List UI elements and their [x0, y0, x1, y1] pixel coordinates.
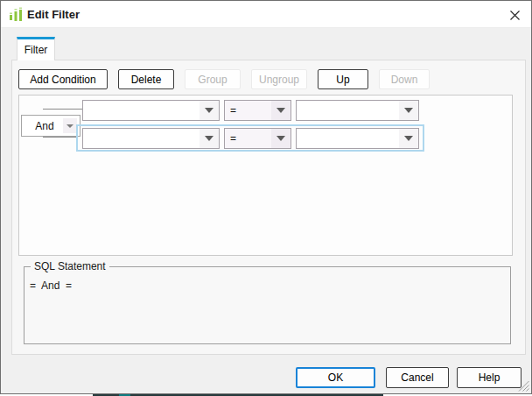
window-title: Edit Filter	[27, 8, 80, 21]
close-icon	[510, 11, 520, 20]
connector-line-row1	[43, 109, 83, 110]
filter-tab-panel: Add Condition Delete Group Ungroup Up Do…	[11, 60, 526, 355]
chevron-down-icon	[66, 124, 74, 128]
dropdown-arrow-zone	[271, 129, 290, 148]
condition-panel: And =	[18, 95, 513, 256]
dropdown-arrow-zone	[200, 129, 219, 148]
dropdown-arrow-zone	[271, 101, 290, 120]
connector-line-row2	[43, 137, 77, 138]
chevron-down-icon	[404, 136, 413, 141]
delete-button[interactable]: Delete	[118, 69, 174, 89]
field-dropdown-row2[interactable]	[82, 128, 220, 149]
cancel-button[interactable]: Cancel	[386, 367, 449, 388]
help-button[interactable]: Help	[457, 367, 522, 388]
chevron-down-icon	[205, 136, 214, 141]
operator-value-row1: =	[225, 104, 271, 117]
dropdown-arrow-zone	[399, 101, 418, 120]
field-dropdown-row1[interactable]	[82, 100, 220, 121]
dropdown-arrow-zone	[200, 101, 219, 120]
chevron-down-icon	[205, 108, 214, 113]
chevron-down-icon	[276, 136, 285, 141]
add-condition-button[interactable]: Add Condition	[18, 69, 108, 89]
value-dropdown-row1[interactable]	[296, 100, 419, 121]
logic-operator-dropdown[interactable]: And	[21, 115, 80, 137]
close-button[interactable]	[504, 5, 525, 25]
ungroup-button[interactable]: Ungroup	[251, 69, 307, 89]
dropdown-arrow-zone	[399, 129, 418, 148]
sql-statement-legend: SQL Statement	[31, 260, 109, 272]
down-button[interactable]: Down	[379, 69, 430, 89]
resize-grip[interactable]	[518, 380, 529, 392]
chevron-down-icon	[404, 108, 413, 113]
up-button[interactable]: Up	[318, 69, 368, 89]
tab-filter-label: Filter	[24, 44, 48, 56]
sql-statement-group: SQL Statement = And =	[24, 266, 511, 344]
screen: Edit Filter Filter Add Condition Delete …	[0, 0, 532, 396]
edit-filter-dialog: Edit Filter Filter Add Condition Delete …	[0, 0, 532, 394]
ok-button[interactable]: OK	[296, 367, 375, 388]
tab-filter[interactable]: Filter	[17, 37, 55, 60]
operator-dropdown-row1[interactable]: =	[224, 100, 291, 121]
filter-sliders-icon	[8, 7, 24, 23]
sql-statement-text: = And =	[30, 279, 72, 292]
titlebar[interactable]: Edit Filter	[1, 1, 531, 28]
operator-value-row2: =	[225, 132, 271, 145]
logic-operator-arrow-zone	[63, 118, 77, 133]
value-dropdown-row2[interactable]	[296, 128, 419, 149]
operator-dropdown-row2[interactable]: =	[224, 128, 291, 149]
chevron-down-icon	[276, 108, 285, 113]
group-button[interactable]: Group	[185, 69, 241, 89]
